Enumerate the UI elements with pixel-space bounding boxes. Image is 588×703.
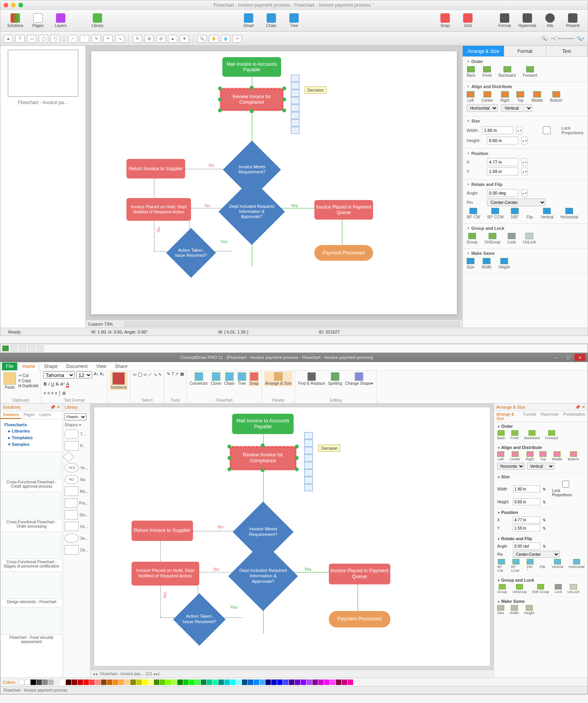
align-top[interactable]: Top bbox=[516, 91, 524, 103]
order-back[interactable]: Back bbox=[467, 66, 475, 78]
zoom-level[interactable]: Custom 73% bbox=[88, 322, 113, 326]
spell-btn[interactable]: Spelling bbox=[327, 371, 343, 386]
tree-flowcharts[interactable]: Flowcharts bbox=[4, 422, 59, 428]
tab-file[interactable]: File bbox=[2, 362, 17, 370]
close-icon[interactable] bbox=[4, 3, 8, 7]
chain-btn[interactable]: Chain bbox=[224, 371, 235, 386]
same-height[interactable]: Height bbox=[499, 258, 510, 269]
layers-button[interactable]: Layers bbox=[50, 11, 72, 31]
tab-home[interactable]: Home bbox=[18, 362, 39, 371]
pan-tool[interactable]: ✋ bbox=[209, 35, 218, 43]
snap-button[interactable]: Snap bbox=[434, 11, 456, 31]
rotate-tool[interactable]: ↻ bbox=[133, 35, 142, 43]
align-center[interactable]: Center bbox=[482, 91, 493, 103]
clone-btn[interactable]: Clone bbox=[210, 371, 222, 386]
front-tool[interactable]: ▲ bbox=[168, 35, 177, 43]
height-input[interactable] bbox=[487, 137, 518, 144]
tree-libraries[interactable]: ▸ Libraries bbox=[4, 428, 59, 434]
connector-tool[interactable]: ↘ bbox=[115, 35, 124, 43]
tree-templates[interactable]: ▸ Templates bbox=[4, 434, 59, 441]
sample-5[interactable]: Flowchart - Food security assessment bbox=[2, 607, 61, 644]
lib-shape[interactable]: Int... bbox=[65, 522, 88, 531]
connector-btn[interactable]: Connector bbox=[189, 371, 209, 386]
canvas[interactable]: Mail Invoice to Accounts Payable Review … bbox=[91, 51, 457, 314]
zoom-icon[interactable] bbox=[18, 3, 23, 7]
roundrect-tool[interactable]: ▢ bbox=[51, 35, 60, 43]
library-button[interactable]: Library bbox=[87, 11, 108, 31]
tab-view[interactable]: View bbox=[92, 362, 110, 370]
crop-tool[interactable]: ✂ bbox=[233, 35, 242, 43]
grid-button[interactable]: Grid bbox=[457, 11, 479, 31]
lib-shape[interactable]: Sto... bbox=[65, 510, 88, 519]
page-tab[interactable]: Flowchart - Invoice pay… (1/1 ◂ ▸) bbox=[100, 672, 160, 676]
pin-select[interactable]: Center-Center bbox=[487, 198, 546, 206]
ungroup-btn[interactable]: UnGroup bbox=[485, 233, 501, 244]
fontsize-select[interactable]: 12 bbox=[76, 371, 92, 379]
scrollbar-h[interactable] bbox=[124, 322, 460, 326]
flip-h[interactable]: Horizontal bbox=[561, 208, 578, 219]
lib-shape[interactable]: Ma... bbox=[65, 487, 88, 496]
lock-btn[interactable]: Lock bbox=[507, 233, 516, 244]
zoom-tool[interactable]: 🔍 bbox=[197, 35, 207, 43]
tab-text[interactable]: Text bbox=[546, 46, 588, 57]
info-button[interactable]: Info bbox=[539, 11, 561, 31]
line-tool[interactable]: ／ bbox=[68, 35, 78, 43]
duplicate-button[interactable]: ⧉ Duplicate bbox=[18, 384, 38, 388]
zoom-slider[interactable]: 🔍-🔍+ bbox=[541, 36, 584, 41]
rotate-cw[interactable]: 90° CW bbox=[467, 208, 480, 219]
pen-tool[interactable]: ✎ bbox=[92, 35, 101, 43]
tab-shape[interactable]: Shape bbox=[40, 362, 61, 370]
solutions-ribbon[interactable]: Solutions bbox=[110, 371, 128, 390]
color-bar[interactable]: Colors bbox=[0, 678, 588, 686]
qat-save[interactable] bbox=[11, 345, 18, 352]
eyedrop-tool[interactable]: 💧 bbox=[221, 35, 230, 43]
lib-shape[interactable]: Se... bbox=[65, 534, 88, 543]
x-input[interactable] bbox=[487, 158, 518, 166]
pages-tab[interactable]: Pages bbox=[21, 411, 37, 419]
tab-document[interactable]: Document bbox=[62, 362, 92, 370]
order-backward[interactable]: Backward bbox=[499, 66, 516, 78]
select-tool[interactable]: ▲ bbox=[4, 35, 13, 43]
lock-proportions[interactable] bbox=[534, 126, 560, 134]
find-btn[interactable]: Find & Replace bbox=[298, 371, 326, 386]
sample-3[interactable]: Cross-Functional Flowchart - Stages of p… bbox=[2, 532, 61, 568]
lib-shape[interactable]: T... bbox=[65, 429, 88, 439]
w-height[interactable] bbox=[513, 498, 540, 505]
qat-redo[interactable] bbox=[28, 345, 35, 352]
lib-shape[interactable]: Dir... bbox=[65, 545, 88, 555]
lib-shape[interactable]: P... bbox=[65, 441, 88, 451]
rect-tool[interactable]: ▭ bbox=[27, 35, 36, 43]
flip-v[interactable]: Vertical bbox=[541, 208, 554, 219]
dist-horizontal[interactable]: Horizontal bbox=[467, 104, 498, 112]
lib-shape[interactable] bbox=[65, 453, 88, 461]
lib-shape[interactable]: Pre... bbox=[65, 498, 88, 508]
sample-1[interactable]: Cross-Functional Flowchart - Credit appr… bbox=[2, 452, 61, 488]
dist-vertical[interactable]: Vertical bbox=[501, 104, 532, 112]
layers-tab[interactable]: Layers bbox=[37, 411, 54, 419]
same-width[interactable]: Width bbox=[482, 258, 492, 269]
lib-shape[interactable]: NONo bbox=[65, 475, 88, 484]
win-canvas[interactable]: Mail Invoice to Accounts Payable Review … bbox=[94, 407, 490, 666]
group-tool[interactable]: ⊞ bbox=[144, 35, 154, 43]
text-tool[interactable]: T bbox=[15, 35, 25, 43]
tree-samples[interactable]: ▾ Samples bbox=[4, 441, 59, 448]
tab-share[interactable]: Share bbox=[111, 362, 132, 370]
page-thumbnail[interactable] bbox=[8, 50, 78, 97]
tree-btn[interactable]: Tree bbox=[237, 371, 247, 386]
solutions-button[interactable]: Solutions bbox=[4, 11, 26, 31]
same-size[interactable]: Size bbox=[467, 258, 474, 269]
format-button[interactable]: Format bbox=[494, 11, 516, 31]
smart-button[interactable]: Smart bbox=[238, 11, 260, 31]
align-bottom[interactable]: Bottom bbox=[550, 91, 563, 103]
group-btn[interactable]: Group bbox=[467, 233, 478, 244]
paste-button[interactable]: Paste bbox=[3, 371, 17, 390]
copy-button[interactable]: ⎘ Copy bbox=[18, 379, 38, 383]
qat-undo[interactable] bbox=[19, 345, 26, 352]
close-button[interactable]: ✕ bbox=[574, 354, 585, 361]
ellipse-tool[interactable]: ◯ bbox=[39, 35, 48, 43]
angle-input[interactable] bbox=[487, 189, 518, 197]
arrange-btn[interactable]: Arrange & Size bbox=[264, 371, 292, 386]
ungroup-tool[interactable]: ⊟ bbox=[156, 35, 166, 43]
align-right[interactable]: Right bbox=[500, 91, 509, 103]
unlock-btn[interactable]: UnLock bbox=[523, 233, 536, 244]
